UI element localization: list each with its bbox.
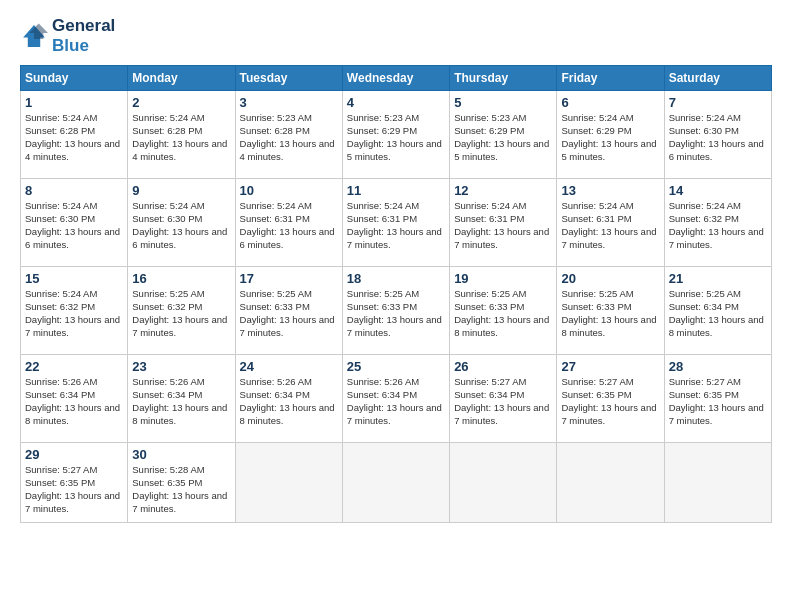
page: General Blue SundayMondayTuesdayWednesda… — [0, 0, 792, 612]
day-info: Sunrise: 5:24 AM Sunset: 6:30 PM Dayligh… — [25, 200, 123, 251]
calendar-cell: 14 Sunrise: 5:24 AM Sunset: 6:32 PM Dayl… — [664, 179, 771, 267]
day-info: Sunrise: 5:26 AM Sunset: 6:34 PM Dayligh… — [132, 376, 230, 427]
weekday-header-friday: Friday — [557, 66, 664, 91]
calendar-cell: 17 Sunrise: 5:25 AM Sunset: 6:33 PM Dayl… — [235, 267, 342, 355]
calendar-cell: 15 Sunrise: 5:24 AM Sunset: 6:32 PM Dayl… — [21, 267, 128, 355]
calendar-cell: 25 Sunrise: 5:26 AM Sunset: 6:34 PM Dayl… — [342, 355, 449, 443]
calendar-cell: 11 Sunrise: 5:24 AM Sunset: 6:31 PM Dayl… — [342, 179, 449, 267]
day-number: 1 — [25, 95, 123, 110]
day-info: Sunrise: 5:26 AM Sunset: 6:34 PM Dayligh… — [347, 376, 445, 427]
day-info: Sunrise: 5:24 AM Sunset: 6:32 PM Dayligh… — [669, 200, 767, 251]
day-number: 17 — [240, 271, 338, 286]
calendar-cell: 19 Sunrise: 5:25 AM Sunset: 6:33 PM Dayl… — [450, 267, 557, 355]
calendar-cell: 22 Sunrise: 5:26 AM Sunset: 6:34 PM Dayl… — [21, 355, 128, 443]
day-number: 11 — [347, 183, 445, 198]
calendar-cell: 16 Sunrise: 5:25 AM Sunset: 6:32 PM Dayl… — [128, 267, 235, 355]
calendar-cell: 2 Sunrise: 5:24 AM Sunset: 6:28 PM Dayli… — [128, 91, 235, 179]
day-info: Sunrise: 5:25 AM Sunset: 6:33 PM Dayligh… — [240, 288, 338, 339]
day-info: Sunrise: 5:24 AM Sunset: 6:28 PM Dayligh… — [25, 112, 123, 163]
header: General Blue — [20, 16, 772, 55]
calendar-cell: 21 Sunrise: 5:25 AM Sunset: 6:34 PM Dayl… — [664, 267, 771, 355]
day-info: Sunrise: 5:24 AM Sunset: 6:31 PM Dayligh… — [240, 200, 338, 251]
weekday-header-row: SundayMondayTuesdayWednesdayThursdayFrid… — [21, 66, 772, 91]
calendar-cell: 29 Sunrise: 5:27 AM Sunset: 6:35 PM Dayl… — [21, 443, 128, 523]
calendar-cell: 24 Sunrise: 5:26 AM Sunset: 6:34 PM Dayl… — [235, 355, 342, 443]
day-number: 26 — [454, 359, 552, 374]
week-row-5: 29 Sunrise: 5:27 AM Sunset: 6:35 PM Dayl… — [21, 443, 772, 523]
weekday-header-thursday: Thursday — [450, 66, 557, 91]
calendar-cell: 9 Sunrise: 5:24 AM Sunset: 6:30 PM Dayli… — [128, 179, 235, 267]
day-number: 15 — [25, 271, 123, 286]
day-number: 28 — [669, 359, 767, 374]
day-info: Sunrise: 5:27 AM Sunset: 6:35 PM Dayligh… — [25, 464, 123, 515]
calendar-cell — [450, 443, 557, 523]
day-number: 30 — [132, 447, 230, 462]
calendar-cell — [235, 443, 342, 523]
calendar-cell — [664, 443, 771, 523]
day-info: Sunrise: 5:24 AM Sunset: 6:28 PM Dayligh… — [132, 112, 230, 163]
day-info: Sunrise: 5:25 AM Sunset: 6:33 PM Dayligh… — [454, 288, 552, 339]
day-number: 21 — [669, 271, 767, 286]
calendar-cell — [342, 443, 449, 523]
day-number: 23 — [132, 359, 230, 374]
day-info: Sunrise: 5:24 AM Sunset: 6:31 PM Dayligh… — [454, 200, 552, 251]
calendar-cell: 10 Sunrise: 5:24 AM Sunset: 6:31 PM Dayl… — [235, 179, 342, 267]
day-info: Sunrise: 5:24 AM Sunset: 6:31 PM Dayligh… — [347, 200, 445, 251]
weekday-header-monday: Monday — [128, 66, 235, 91]
calendar-cell: 4 Sunrise: 5:23 AM Sunset: 6:29 PM Dayli… — [342, 91, 449, 179]
day-number: 29 — [25, 447, 123, 462]
calendar-cell: 28 Sunrise: 5:27 AM Sunset: 6:35 PM Dayl… — [664, 355, 771, 443]
day-number: 22 — [25, 359, 123, 374]
week-row-4: 22 Sunrise: 5:26 AM Sunset: 6:34 PM Dayl… — [21, 355, 772, 443]
day-info: Sunrise: 5:23 AM Sunset: 6:29 PM Dayligh… — [454, 112, 552, 163]
day-number: 9 — [132, 183, 230, 198]
week-row-1: 1 Sunrise: 5:24 AM Sunset: 6:28 PM Dayli… — [21, 91, 772, 179]
day-number: 16 — [132, 271, 230, 286]
day-number: 3 — [240, 95, 338, 110]
day-number: 2 — [132, 95, 230, 110]
weekday-header-tuesday: Tuesday — [235, 66, 342, 91]
day-info: Sunrise: 5:24 AM Sunset: 6:29 PM Dayligh… — [561, 112, 659, 163]
calendar-cell: 8 Sunrise: 5:24 AM Sunset: 6:30 PM Dayli… — [21, 179, 128, 267]
day-number: 4 — [347, 95, 445, 110]
calendar-cell: 5 Sunrise: 5:23 AM Sunset: 6:29 PM Dayli… — [450, 91, 557, 179]
day-number: 13 — [561, 183, 659, 198]
calendar-cell: 20 Sunrise: 5:25 AM Sunset: 6:33 PM Dayl… — [557, 267, 664, 355]
day-number: 6 — [561, 95, 659, 110]
weekday-header-sunday: Sunday — [21, 66, 128, 91]
day-info: Sunrise: 5:24 AM Sunset: 6:30 PM Dayligh… — [669, 112, 767, 163]
day-number: 12 — [454, 183, 552, 198]
logo-text: General Blue — [52, 16, 115, 55]
day-info: Sunrise: 5:25 AM Sunset: 6:33 PM Dayligh… — [561, 288, 659, 339]
day-number: 8 — [25, 183, 123, 198]
day-number: 14 — [669, 183, 767, 198]
calendar-cell: 12 Sunrise: 5:24 AM Sunset: 6:31 PM Dayl… — [450, 179, 557, 267]
day-number: 10 — [240, 183, 338, 198]
day-info: Sunrise: 5:24 AM Sunset: 6:32 PM Dayligh… — [25, 288, 123, 339]
calendar-cell: 1 Sunrise: 5:24 AM Sunset: 6:28 PM Dayli… — [21, 91, 128, 179]
day-number: 27 — [561, 359, 659, 374]
calendar-cell: 6 Sunrise: 5:24 AM Sunset: 6:29 PM Dayli… — [557, 91, 664, 179]
day-info: Sunrise: 5:25 AM Sunset: 6:34 PM Dayligh… — [669, 288, 767, 339]
day-number: 5 — [454, 95, 552, 110]
day-info: Sunrise: 5:28 AM Sunset: 6:35 PM Dayligh… — [132, 464, 230, 515]
calendar-cell: 27 Sunrise: 5:27 AM Sunset: 6:35 PM Dayl… — [557, 355, 664, 443]
calendar-cell: 7 Sunrise: 5:24 AM Sunset: 6:30 PM Dayli… — [664, 91, 771, 179]
week-row-3: 15 Sunrise: 5:24 AM Sunset: 6:32 PM Dayl… — [21, 267, 772, 355]
day-info: Sunrise: 5:24 AM Sunset: 6:30 PM Dayligh… — [132, 200, 230, 251]
day-number: 24 — [240, 359, 338, 374]
day-info: Sunrise: 5:26 AM Sunset: 6:34 PM Dayligh… — [240, 376, 338, 427]
calendar-cell: 26 Sunrise: 5:27 AM Sunset: 6:34 PM Dayl… — [450, 355, 557, 443]
day-number: 18 — [347, 271, 445, 286]
calendar-cell: 30 Sunrise: 5:28 AM Sunset: 6:35 PM Dayl… — [128, 443, 235, 523]
logo: General Blue — [20, 16, 115, 55]
calendar-cell: 23 Sunrise: 5:26 AM Sunset: 6:34 PM Dayl… — [128, 355, 235, 443]
day-number: 7 — [669, 95, 767, 110]
day-number: 25 — [347, 359, 445, 374]
calendar-table: SundayMondayTuesdayWednesdayThursdayFrid… — [20, 65, 772, 523]
day-info: Sunrise: 5:27 AM Sunset: 6:34 PM Dayligh… — [454, 376, 552, 427]
day-info: Sunrise: 5:27 AM Sunset: 6:35 PM Dayligh… — [561, 376, 659, 427]
weekday-header-saturday: Saturday — [664, 66, 771, 91]
day-info: Sunrise: 5:24 AM Sunset: 6:31 PM Dayligh… — [561, 200, 659, 251]
weekday-header-wednesday: Wednesday — [342, 66, 449, 91]
